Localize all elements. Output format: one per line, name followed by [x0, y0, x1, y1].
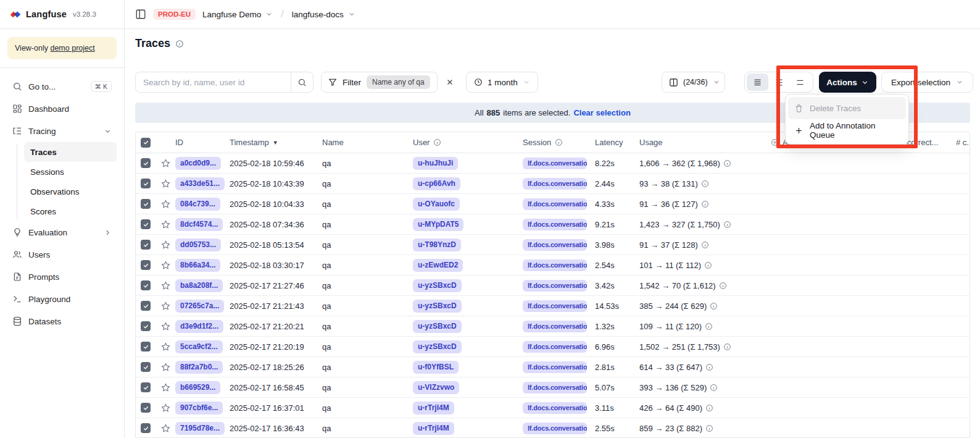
sidebar-item-playground[interactable]: Playground: [7, 288, 117, 310]
user-badge[interactable]: u-VIZzvwo: [413, 381, 459, 394]
bookmark-star-icon[interactable]: [159, 159, 170, 168]
user-badge[interactable]: u-yzSBxcD: [413, 300, 462, 313]
row-height-small-button[interactable]: [747, 74, 768, 91]
menu-item-delete-traces[interactable]: Delete Traces: [788, 97, 906, 119]
time-range-button[interactable]: 1 month: [466, 72, 538, 93]
bookmark-star-icon[interactable]: [159, 424, 170, 433]
session-badge[interactable]: lf.docs.conversation...: [523, 382, 587, 394]
bookmark-star-icon[interactable]: [159, 261, 170, 270]
bookmark-star-icon[interactable]: [159, 322, 170, 331]
bookmark-star-icon[interactable]: [159, 220, 170, 229]
row-checkbox[interactable]: [141, 240, 151, 250]
bookmark-star-icon[interactable]: [159, 342, 170, 352]
column-header-user[interactable]: User: [408, 138, 518, 147]
user-badge[interactable]: u-huJhuJi: [413, 157, 458, 170]
clear-selection-link[interactable]: Clear selection: [573, 108, 631, 117]
bookmark-star-icon[interactable]: [159, 200, 170, 209]
row-checkbox[interactable]: [141, 342, 151, 352]
session-badge[interactable]: lf.docs.conversation...: [523, 341, 587, 353]
session-badge[interactable]: lf.docs.conversation...: [523, 259, 587, 271]
user-badge[interactable]: u-MYpDAT5: [413, 218, 463, 231]
user-badge[interactable]: u-f0YfBSL: [413, 361, 459, 374]
sidebar-item-dashboard[interactable]: Dashboard: [7, 98, 117, 120]
demo-project-link[interactable]: demo project: [50, 44, 94, 53]
trace-id-badge[interactable]: d3e9d1f2...: [175, 320, 223, 333]
export-selection-button[interactable]: Export selection: [881, 72, 973, 93]
user-badge[interactable]: u-yzSBxcD: [413, 279, 462, 292]
row-checkbox[interactable]: [141, 199, 151, 209]
user-badge[interactable]: u-zEwdED2: [413, 259, 463, 272]
trace-id-badge[interactable]: 8dcf4574...: [175, 218, 223, 231]
session-badge[interactable]: lf.docs.conversation...: [523, 239, 587, 251]
session-badge[interactable]: lf.docs.conversation...: [523, 300, 587, 312]
bookmark-star-icon[interactable]: [159, 403, 170, 413]
user-badge[interactable]: u-OYauofc: [413, 198, 460, 211]
sidebar-item-datasets[interactable]: Datasets: [7, 310, 117, 332]
bookmark-star-icon[interactable]: [159, 383, 170, 392]
bookmark-star-icon[interactable]: [159, 281, 170, 290]
select-all-checkbox[interactable]: [141, 138, 151, 148]
trace-id-badge[interactable]: dd05753...: [175, 238, 221, 251]
row-height-large-button[interactable]: [789, 74, 811, 91]
session-badge[interactable]: lf.docs.conversation...: [523, 361, 587, 373]
row-checkbox[interactable]: [141, 260, 151, 270]
trace-id-badge[interactable]: a433de51...: [175, 177, 225, 190]
trace-id-badge[interactable]: 7195d78e...: [175, 422, 225, 435]
trace-id-badge[interactable]: 8b66a34...: [175, 259, 220, 272]
trace-id-badge[interactable]: 88f2a7b0...: [175, 361, 223, 374]
session-badge[interactable]: lf.docs.conversation...: [523, 321, 587, 332]
search-input[interactable]: [136, 72, 291, 92]
actions-button[interactable]: Actions: [819, 72, 876, 93]
trace-id-badge[interactable]: 5cca9cf2...: [175, 340, 223, 353]
sidebar-item-prompts[interactable]: Prompts: [7, 266, 117, 288]
bookmark-star-icon[interactable]: [159, 179, 170, 188]
bookmark-star-icon[interactable]: [159, 301, 170, 311]
sidebar-item-users[interactable]: Users: [7, 243, 117, 266]
row-checkbox[interactable]: [141, 158, 151, 168]
user-badge[interactable]: u-rTrjI4M: [413, 402, 454, 415]
row-checkbox[interactable]: [141, 362, 151, 372]
user-badge[interactable]: u-T98YnzD: [413, 238, 461, 251]
sidebar-item-traces[interactable]: Traces: [24, 142, 117, 162]
sidebar-item-sessions[interactable]: Sessions: [24, 162, 117, 182]
user-badge[interactable]: u-rTrjI4M: [413, 422, 454, 435]
session-badge[interactable]: lf.docs.conversation...: [523, 402, 587, 414]
trace-id-badge[interactable]: 084c739...: [175, 198, 220, 211]
session-badge[interactable]: lf.docs.conversation...: [523, 423, 587, 434]
column-header-name[interactable]: Name: [317, 138, 408, 147]
column-header-timestamp[interactable]: Timestamp▼: [225, 138, 317, 147]
row-height-medium-button[interactable]: [768, 74, 790, 91]
row-checkbox[interactable]: [141, 423, 151, 433]
menu-item-add-to-annotation-queue[interactable]: Add to Annotation Queue: [788, 119, 906, 141]
trace-id-badge[interactable]: 907cbf6e...: [175, 402, 223, 415]
sidebar-item-scores[interactable]: Scores: [24, 201, 117, 221]
column-header-session[interactable]: Session: [518, 138, 590, 147]
session-badge[interactable]: lf.docs.conversation...: [523, 219, 587, 230]
column-header-score-more[interactable]: # c...: [951, 138, 970, 147]
session-badge[interactable]: lf.docs.conversation...: [523, 158, 587, 169]
row-checkbox[interactable]: [141, 280, 151, 290]
bookmark-star-icon[interactable]: [159, 240, 170, 250]
clear-filter-icon[interactable]: [439, 72, 460, 93]
column-header-latency[interactable]: Latency: [590, 138, 634, 147]
breadcrumb-org[interactable]: Langfuse Demo: [202, 10, 273, 19]
user-badge[interactable]: u-yzSBxcD: [413, 320, 462, 333]
column-header-id[interactable]: ID: [170, 138, 225, 147]
session-badge[interactable]: lf.docs.conversation...: [523, 198, 587, 210]
sidebar-item-evaluation[interactable]: Evaluation: [7, 221, 117, 243]
filter-button[interactable]: Filter Name any of qa: [321, 72, 438, 93]
session-badge[interactable]: lf.docs.conversation...: [523, 280, 587, 292]
sidebar-item-observations[interactable]: Observations: [24, 182, 117, 201]
trace-id-badge[interactable]: b669529...: [175, 381, 220, 394]
trace-id-badge[interactable]: a0cd0d9...: [175, 157, 221, 170]
search-submit-icon[interactable]: [291, 72, 313, 92]
session-badge[interactable]: lf.docs.conversation...: [523, 178, 587, 190]
column-visibility-button[interactable]: (24/36): [662, 72, 725, 93]
filter-chip[interactable]: Name any of qa: [367, 75, 430, 89]
trace-id-badge[interactable]: ba8a208f...: [175, 279, 223, 292]
row-checkbox[interactable]: [141, 403, 151, 413]
row-checkbox[interactable]: [141, 301, 151, 311]
row-checkbox[interactable]: [141, 219, 151, 229]
user-badge[interactable]: u-cp66Avh: [413, 177, 460, 190]
row-checkbox[interactable]: [141, 382, 151, 392]
